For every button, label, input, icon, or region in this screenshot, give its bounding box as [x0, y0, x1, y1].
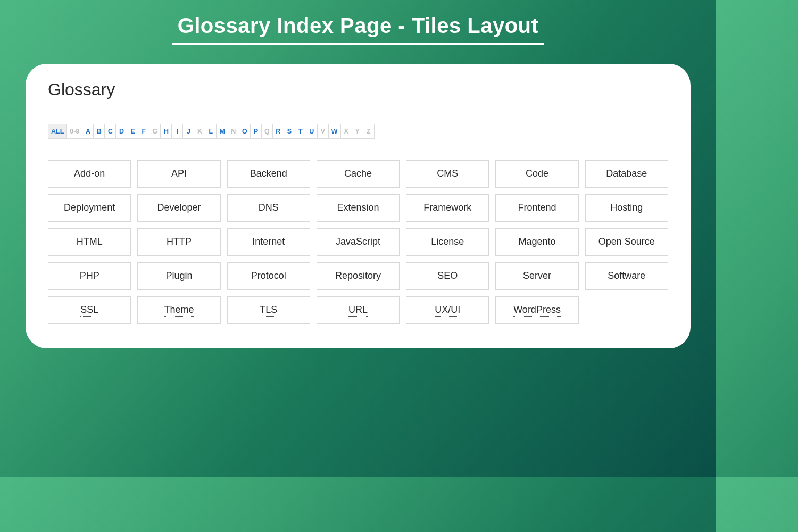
glossary-tile[interactable]: TLS — [227, 296, 310, 324]
tiles-grid: Add-onAPIBackendCacheCMSCodeDatabaseDepl… — [48, 160, 668, 324]
glossary-tile-label: Frontend — [518, 202, 556, 214]
glossary-tile-label: Server — [523, 270, 551, 282]
glossary-tile-label: WordPress — [513, 304, 561, 317]
glossary-tile-label: Developer — [157, 202, 201, 214]
glossary-tile-label: Code — [526, 168, 548, 180]
alpha-filter-t[interactable]: T — [295, 124, 306, 139]
glossary-tile[interactable]: JavaScript — [317, 228, 400, 256]
glossary-tile[interactable]: DNS — [227, 194, 310, 222]
glossary-tile-label: Cache — [344, 168, 372, 180]
glossary-tile[interactable]: API — [137, 160, 220, 188]
glossary-tile[interactable]: Extension — [317, 194, 400, 222]
glossary-card: Glossary ALL0-9ABCDEFGHIJKLMNOPQRSTUVWXY… — [26, 64, 691, 348]
glossary-tile-label: DNS — [259, 202, 279, 214]
glossary-tile[interactable]: License — [406, 228, 489, 256]
card-title: Glossary — [48, 80, 668, 99]
glossary-tile[interactable]: Server — [495, 262, 578, 290]
glossary-tile[interactable]: Cache — [317, 160, 400, 188]
alpha-filter-u[interactable]: U — [306, 124, 318, 139]
glossary-tile-label: SEO — [437, 270, 458, 282]
alpha-filter-z: Z — [363, 124, 375, 139]
alpha-filter-b[interactable]: B — [93, 124, 105, 139]
glossary-tile[interactable]: Code — [495, 160, 578, 188]
alpha-filter-j[interactable]: J — [182, 124, 194, 139]
glossary-tile-label: Repository — [335, 270, 381, 282]
glossary-tile-label: CMS — [437, 168, 458, 180]
alpha-filter-i[interactable]: I — [171, 124, 183, 139]
page-header: Glossary Index Page - Tiles Layout — [0, 11, 716, 45]
glossary-tile-label: Framework — [423, 202, 471, 214]
glossary-tile-label: PHP — [80, 270, 99, 282]
glossary-tile-label: Internet — [252, 236, 285, 248]
alpha-filter-n: N — [228, 124, 239, 139]
glossary-tile[interactable]: Theme — [137, 296, 220, 324]
glossary-tile-label: Hosting — [610, 202, 643, 214]
alpha-filter-v: V — [317, 124, 329, 139]
glossary-tile[interactable]: PHP — [48, 262, 131, 290]
glossary-tile-label: Theme — [164, 304, 194, 317]
glossary-tile[interactable]: Repository — [317, 262, 400, 290]
alpha-filter-m[interactable]: M — [216, 124, 228, 139]
alpha-filter-s[interactable]: S — [284, 124, 295, 139]
glossary-tile[interactable]: Framework — [406, 194, 489, 222]
alpha-filter-q: Q — [261, 124, 273, 139]
glossary-tile[interactable]: Add-on — [48, 160, 131, 188]
alpha-filter-f[interactable]: F — [138, 124, 149, 139]
glossary-tile[interactable]: Magento — [495, 228, 578, 256]
alpha-filter-o[interactable]: O — [239, 124, 251, 139]
alpha-filter: ALL0-9ABCDEFGHIJKLMNOPQRSTUVWXYZ — [48, 124, 668, 139]
glossary-tile[interactable]: CMS — [406, 160, 489, 188]
alpha-filter-e[interactable]: E — [127, 124, 138, 139]
glossary-tile[interactable]: SSL — [48, 296, 131, 324]
glossary-tile[interactable]: HTML — [48, 228, 131, 256]
glossary-tile[interactable]: HTTP — [137, 228, 220, 256]
glossary-tile-label: Backend — [250, 168, 287, 180]
glossary-tile[interactable]: Open Source — [585, 228, 668, 256]
glossary-tile[interactable]: SEO — [406, 262, 489, 290]
glossary-tile[interactable]: Software — [585, 262, 668, 290]
alpha-filter-y: Y — [352, 124, 363, 139]
glossary-tile-label: Software — [608, 270, 645, 282]
alpha-filter-g: G — [149, 124, 161, 139]
alpha-filter-c[interactable]: C — [104, 124, 116, 139]
glossary-tile-label: TLS — [260, 304, 277, 317]
alpha-filter-h[interactable]: H — [160, 124, 172, 139]
alpha-filter-w[interactable]: W — [328, 124, 341, 139]
glossary-tile[interactable]: Deployment — [48, 194, 131, 222]
glossary-tile-label: Database — [606, 168, 647, 180]
glossary-tile[interactable]: Protocol — [227, 262, 310, 290]
alpha-filter-p[interactable]: P — [250, 124, 262, 139]
glossary-tile[interactable]: Frontend — [495, 194, 578, 222]
glossary-tile[interactable]: WordPress — [495, 296, 578, 324]
glossary-tile-label: Magento — [519, 236, 556, 248]
glossary-tile-label: Add-on — [74, 168, 105, 180]
glossary-tile[interactable]: Database — [585, 160, 668, 188]
glossary-tile[interactable]: UX/UI — [406, 296, 489, 324]
glossary-tile-label: HTTP — [167, 236, 192, 248]
alpha-filter-0-9: 0-9 — [66, 124, 82, 139]
glossary-tile[interactable]: Hosting — [585, 194, 668, 222]
glossary-tile-label: License — [431, 236, 464, 248]
glossary-tile[interactable]: Developer — [137, 194, 220, 222]
glossary-tile-label: Plugin — [165, 270, 192, 282]
glossary-tile-label: JavaScript — [336, 236, 380, 248]
alpha-filter-k: K — [194, 124, 205, 139]
glossary-tile[interactable]: URL — [317, 296, 400, 324]
glossary-tile-label: URL — [348, 304, 368, 317]
glossary-tile[interactable]: Internet — [227, 228, 310, 256]
glossary-tile-label: Protocol — [251, 270, 286, 282]
alpha-filter-x: X — [340, 124, 352, 139]
glossary-tile[interactable]: Plugin — [137, 262, 220, 290]
alpha-filter-all[interactable]: ALL — [48, 124, 67, 139]
alpha-filter-a[interactable]: A — [82, 124, 94, 139]
page-title: Glossary Index Page - Tiles Layout — [172, 11, 544, 45]
glossary-tile-label: Deployment — [64, 202, 115, 214]
glossary-tile-label: Extension — [337, 202, 379, 214]
glossary-tile[interactable]: Backend — [227, 160, 310, 188]
alpha-filter-d[interactable]: D — [115, 124, 127, 139]
alpha-filter-l[interactable]: L — [205, 124, 217, 139]
glossary-tile-label: API — [171, 168, 187, 180]
glossary-tile-label: Open Source — [598, 236, 655, 248]
glossary-tile-label: SSL — [80, 304, 98, 317]
alpha-filter-r[interactable]: R — [272, 124, 284, 139]
